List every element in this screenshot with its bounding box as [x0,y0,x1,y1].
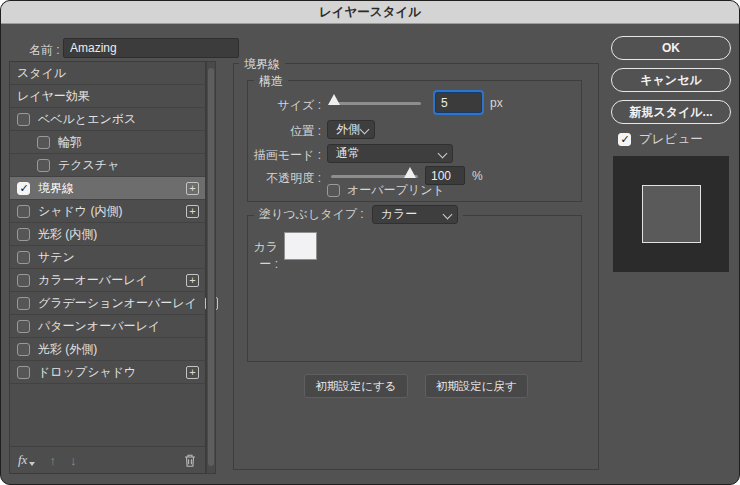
sidebar-item-gradient-overlay[interactable]: グラデーションオーバーレイ [10,292,205,315]
chevron-down-icon [360,125,370,135]
dialog-title: レイヤースタイル [319,4,421,21]
sidebar-item-label: レイヤー効果 [17,88,90,105]
structure-group: 構造 サイズ : px 位置 : 外側 描画モード : 通常 不透明度 : [247,80,582,202]
size-slider-track[interactable] [331,102,421,105]
fx-add-effect-button[interactable]: fx [18,452,35,468]
move-down-button[interactable] [70,453,77,468]
checkbox-unchecked[interactable] [17,343,30,356]
style-preview-thumbnail [613,156,729,272]
blend-mode-value: 通常 [336,145,360,162]
plus-icon[interactable] [186,182,199,195]
checkbox-unchecked[interactable] [17,274,30,287]
move-up-button[interactable] [49,453,56,468]
overprint-checkbox[interactable] [327,184,340,197]
fill-type-group: 塗りつぶしタイプ : カラー カラー : [247,215,582,362]
sidebar-item-label: サテン [38,249,75,266]
caret-down-icon [29,462,35,466]
sidebar-item-label: カラーオーバーレイ [38,272,148,289]
opacity-unit: % [472,169,483,183]
preview-toggle-row: プレビュー [618,131,703,148]
new-style-button[interactable]: 新規スタイル... [611,100,731,124]
sidebar-item-label: スタイル [17,65,66,82]
panel-title: 境界線 [239,56,285,73]
fill-type-select[interactable]: カラー [372,205,458,224]
sidebar-item-pattern-overlay[interactable]: パターンオーバーレイ [10,315,205,338]
sidebar-item-stroke[interactable]: 境界線 [10,177,205,200]
chevron-down-icon [438,149,448,159]
opacity-slider-thumb[interactable] [404,167,416,178]
sidebar-item-contour[interactable]: 輪郭 [10,131,205,154]
sidebar-item-label: 輪郭 [58,134,82,151]
checkbox-unchecked[interactable] [17,228,30,241]
checkbox-unchecked[interactable] [17,366,30,379]
plus-icon[interactable] [186,366,199,379]
size-slider-thumb[interactable] [328,94,340,105]
checkbox-unchecked[interactable] [17,205,30,218]
name-input[interactable] [63,38,239,58]
chevron-down-icon [442,210,452,220]
reset-default-button[interactable]: 初期設定に戻す [425,374,528,398]
size-unit: px [490,96,503,110]
checkbox-checked[interactable] [17,182,30,195]
size-input[interactable] [435,92,482,113]
scrollbar-thumb[interactable] [208,68,214,466]
preview-square [642,185,701,243]
ok-button[interactable]: OK [611,36,731,60]
fx-icon: fx [18,452,27,468]
sidebar-item-label: ベベルとエンボス [38,111,136,128]
overprint-row: オーバープリント [327,182,445,199]
sidebar-item-color-overlay[interactable]: カラーオーバーレイ [10,269,205,292]
make-default-button[interactable]: 初期設定にする [304,374,407,398]
default-buttons-row: 初期設定にする 初期設定に戻す [234,374,598,398]
title-bar: レイヤースタイル [1,1,739,24]
fill-type-label: 塗りつぶしタイプ : [259,206,364,223]
color-label: カラー : [248,239,278,273]
checkbox-unchecked[interactable] [37,159,50,172]
position-select[interactable]: 外側 [327,120,375,139]
name-label: 名前 : [29,42,60,59]
sidebar-item-drop-shadow[interactable]: ドロップシャドウ [10,361,205,384]
checkbox-unchecked[interactable] [17,251,30,264]
opacity-label: 不透明度 : [248,170,321,187]
checkbox-unchecked[interactable] [17,320,30,333]
sidebar-scrollbar[interactable] [206,61,216,474]
position-value: 外側 [336,121,360,138]
structure-legend: 構造 [254,73,288,90]
position-label: 位置 : [248,123,321,140]
preview-checkbox[interactable] [618,133,631,146]
sidebar-item-blending-options[interactable]: レイヤー効果 [10,85,205,108]
sidebar-item-styles[interactable]: スタイル [10,62,205,85]
stroke-color-swatch[interactable] [284,232,317,260]
cancel-button[interactable]: キャンセル [611,68,731,92]
plus-icon[interactable] [186,274,199,287]
sidebar-item-label: テクスチャ [58,157,119,174]
stroke-settings-panel: 境界線 構造 サイズ : px 位置 : 外側 描画モード : 通常 不透明 [233,63,599,470]
blend-mode-label: 描画モード : [248,147,321,164]
checkbox-unchecked[interactable] [17,113,30,126]
sidebar-item-label: 光彩 (外側) [38,341,97,358]
trash-icon [183,453,197,468]
fill-type-legend-row: 塗りつぶしタイプ : カラー [254,205,463,224]
blend-mode-select[interactable]: 通常 [327,144,453,163]
preview-label: プレビュー [639,131,703,148]
delete-effect-button[interactable] [183,453,197,468]
sidebar-item-label: ドロップシャドウ [38,364,136,381]
overprint-label: オーバープリント [347,182,445,199]
styles-sidebar: スタイル レイヤー効果 ベベルとエンボス 輪郭 テクスチャ 境界線 シャドウ (… [9,61,206,474]
sidebar-item-label: パターンオーバーレイ [38,318,160,335]
sidebar-item-outer-glow[interactable]: 光彩 (外側) [10,338,205,361]
checkbox-unchecked[interactable] [17,297,30,310]
sidebar-item-inner-shadow[interactable]: シャドウ (内側) [10,200,205,223]
sidebar-item-satin[interactable]: サテン [10,246,205,269]
size-label: サイズ : [248,97,321,114]
sidebar-item-label: 境界線 [38,180,74,197]
sidebar-item-label: 光彩 (内側) [38,226,97,243]
checkbox-unchecked[interactable] [37,136,50,149]
sidebar-item-label: シャドウ (内側) [38,203,122,220]
sidebar-item-texture[interactable]: テクスチャ [10,154,205,177]
sidebar-item-inner-glow[interactable]: 光彩 (内側) [10,223,205,246]
sidebar-footer: fx [10,446,205,473]
plus-icon[interactable] [186,205,199,218]
sidebar-item-label: グラデーションオーバーレイ [38,295,197,312]
sidebar-item-bevel-emboss[interactable]: ベベルとエンボス [10,108,205,131]
